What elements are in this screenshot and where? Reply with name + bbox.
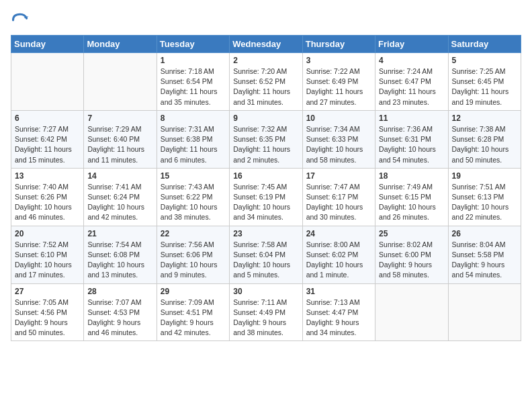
- day-number: 3: [306, 56, 371, 65]
- day-number: 27: [15, 287, 80, 296]
- day-info: Sunrise: 7:58 AMSunset: 6:04 PMDaylight:…: [233, 240, 298, 281]
- calendar-cell: 20Sunrise: 7:52 AMSunset: 6:10 PMDayligh…: [11, 226, 84, 283]
- calendar-cell: [84, 53, 157, 111]
- day-number: 20: [15, 229, 80, 238]
- calendar-week-row: 13Sunrise: 7:40 AMSunset: 6:26 PMDayligh…: [11, 168, 521, 226]
- day-number: 12: [452, 113, 517, 123]
- day-info: Sunrise: 7:56 AMSunset: 6:06 PMDaylight:…: [161, 240, 226, 281]
- day-number: 1: [161, 56, 226, 65]
- day-of-week-header: Sunday: [11, 36, 84, 53]
- calendar-cell: [448, 283, 521, 341]
- day-info: Sunrise: 7:31 AMSunset: 6:38 PMDaylight:…: [161, 124, 226, 165]
- calendar-table: SundayMondayTuesdayWednesdayThursdayFrid…: [11, 35, 521, 341]
- day-number: 21: [87, 229, 152, 238]
- day-number: 11: [379, 113, 444, 123]
- day-info: Sunrise: 7:40 AMSunset: 6:26 PMDaylight:…: [15, 182, 80, 223]
- calendar-cell: 24Sunrise: 8:00 AMSunset: 6:02 PMDayligh…: [302, 226, 375, 283]
- day-info: Sunrise: 7:54 AMSunset: 6:08 PMDaylight:…: [87, 240, 152, 281]
- calendar-cell: 19Sunrise: 7:51 AMSunset: 6:13 PMDayligh…: [448, 168, 521, 226]
- calendar-cell: 25Sunrise: 8:02 AMSunset: 6:00 PMDayligh…: [375, 226, 448, 283]
- calendar-week-row: 27Sunrise: 7:05 AMSunset: 4:56 PMDayligh…: [11, 283, 521, 341]
- day-info: Sunrise: 7:38 AMSunset: 6:28 PMDaylight:…: [452, 124, 517, 165]
- calendar-cell: 17Sunrise: 7:47 AMSunset: 6:17 PMDayligh…: [302, 168, 375, 226]
- calendar-cell: [375, 283, 448, 341]
- calendar-cell: 26Sunrise: 8:04 AMSunset: 5:58 PMDayligh…: [448, 226, 521, 283]
- day-info: Sunrise: 7:51 AMSunset: 6:13 PMDaylight:…: [452, 182, 517, 223]
- calendar-header-row: SundayMondayTuesdayWednesdayThursdayFrid…: [11, 36, 521, 53]
- calendar-cell: 30Sunrise: 7:11 AMSunset: 4:49 PMDayligh…: [230, 283, 302, 341]
- day-number: 16: [233, 171, 298, 181]
- day-info: Sunrise: 7:24 AMSunset: 6:47 PMDaylight:…: [379, 66, 444, 107]
- day-of-week-header: Saturday: [448, 36, 521, 53]
- calendar-cell: [11, 53, 84, 111]
- day-info: Sunrise: 8:00 AMSunset: 6:02 PMDaylight:…: [306, 240, 371, 281]
- day-number: 18: [379, 171, 444, 181]
- calendar-cell: 31Sunrise: 7:13 AMSunset: 4:47 PMDayligh…: [302, 283, 375, 341]
- day-of-week-header: Tuesday: [157, 36, 229, 53]
- calendar-cell: 14Sunrise: 7:41 AMSunset: 6:24 PMDayligh…: [84, 168, 157, 226]
- calendar-week-row: 20Sunrise: 7:52 AMSunset: 6:10 PMDayligh…: [11, 226, 521, 283]
- calendar-cell: 28Sunrise: 7:07 AMSunset: 4:53 PMDayligh…: [84, 283, 157, 341]
- day-info: Sunrise: 7:11 AMSunset: 4:49 PMDaylight:…: [233, 298, 298, 338]
- day-info: Sunrise: 7:45 AMSunset: 6:19 PMDaylight:…: [233, 182, 298, 223]
- day-info: Sunrise: 7:05 AMSunset: 4:56 PMDaylight:…: [15, 298, 80, 338]
- calendar-cell: 1Sunrise: 7:18 AMSunset: 6:54 PMDaylight…: [157, 53, 229, 111]
- day-info: Sunrise: 7:47 AMSunset: 6:17 PMDaylight:…: [306, 182, 371, 223]
- day-number: 28: [87, 287, 152, 296]
- day-info: Sunrise: 7:49 AMSunset: 6:15 PMDaylight:…: [379, 182, 444, 223]
- calendar-cell: 11Sunrise: 7:36 AMSunset: 6:31 PMDayligh…: [375, 110, 448, 168]
- day-number: 2: [233, 56, 298, 65]
- day-info: Sunrise: 7:18 AMSunset: 6:54 PMDaylight:…: [161, 66, 226, 107]
- day-number: 19: [452, 171, 517, 181]
- day-info: Sunrise: 8:02 AMSunset: 6:00 PMDaylight:…: [379, 240, 444, 281]
- day-number: 17: [306, 171, 371, 181]
- day-info: Sunrise: 7:25 AMSunset: 6:45 PMDaylight:…: [452, 66, 517, 107]
- calendar-week-row: 1Sunrise: 7:18 AMSunset: 6:54 PMDaylight…: [11, 53, 521, 111]
- calendar-cell: 23Sunrise: 7:58 AMSunset: 6:04 PMDayligh…: [230, 226, 302, 283]
- calendar-cell: 12Sunrise: 7:38 AMSunset: 6:28 PMDayligh…: [448, 110, 521, 168]
- day-number: 13: [15, 171, 80, 181]
- day-number: 9: [233, 113, 298, 123]
- day-number: 30: [233, 287, 298, 296]
- calendar-cell: 3Sunrise: 7:22 AMSunset: 6:49 PMDaylight…: [302, 53, 375, 111]
- day-number: 7: [87, 113, 152, 123]
- calendar-cell: 5Sunrise: 7:25 AMSunset: 6:45 PMDaylight…: [448, 53, 521, 111]
- day-info: Sunrise: 7:20 AMSunset: 6:52 PMDaylight:…: [233, 66, 298, 107]
- day-info: Sunrise: 7:52 AMSunset: 6:10 PMDaylight:…: [15, 240, 80, 281]
- day-info: Sunrise: 7:32 AMSunset: 6:35 PMDaylight:…: [233, 124, 298, 165]
- calendar-cell: 22Sunrise: 7:56 AMSunset: 6:06 PMDayligh…: [157, 226, 229, 283]
- day-number: 22: [161, 229, 226, 238]
- day-number: 8: [161, 113, 226, 123]
- day-info: Sunrise: 7:41 AMSunset: 6:24 PMDaylight:…: [87, 182, 152, 223]
- calendar-cell: 8Sunrise: 7:31 AMSunset: 6:38 PMDaylight…: [157, 110, 229, 168]
- day-of-week-header: Wednesday: [230, 36, 302, 53]
- day-of-week-header: Monday: [84, 36, 157, 53]
- day-number: 25: [379, 229, 444, 238]
- day-info: Sunrise: 7:34 AMSunset: 6:33 PMDaylight:…: [306, 124, 371, 165]
- day-number: 14: [87, 171, 152, 181]
- day-info: Sunrise: 7:07 AMSunset: 4:53 PMDaylight:…: [87, 298, 152, 338]
- calendar-cell: 10Sunrise: 7:34 AMSunset: 6:33 PMDayligh…: [302, 110, 375, 168]
- day-info: Sunrise: 7:43 AMSunset: 6:22 PMDaylight:…: [161, 182, 226, 223]
- day-of-week-header: Thursday: [302, 36, 375, 53]
- day-number: 10: [306, 113, 371, 123]
- calendar-cell: 13Sunrise: 7:40 AMSunset: 6:26 PMDayligh…: [11, 168, 84, 226]
- day-number: 5: [452, 56, 517, 65]
- calendar-cell: 9Sunrise: 7:32 AMSunset: 6:35 PMDaylight…: [230, 110, 302, 168]
- day-number: 29: [161, 287, 226, 296]
- calendar-cell: 2Sunrise: 7:20 AMSunset: 6:52 PMDaylight…: [230, 53, 302, 111]
- calendar-cell: 27Sunrise: 7:05 AMSunset: 4:56 PMDayligh…: [11, 283, 84, 341]
- day-info: Sunrise: 7:09 AMSunset: 4:51 PMDaylight:…: [161, 298, 226, 338]
- calendar-cell: 18Sunrise: 7:49 AMSunset: 6:15 PMDayligh…: [375, 168, 448, 226]
- day-number: 6: [15, 113, 80, 123]
- calendar-cell: 29Sunrise: 7:09 AMSunset: 4:51 PMDayligh…: [157, 283, 229, 341]
- day-number: 24: [306, 229, 371, 238]
- day-info: Sunrise: 7:13 AMSunset: 4:47 PMDaylight:…: [306, 298, 371, 338]
- day-info: Sunrise: 7:22 AMSunset: 6:49 PMDaylight:…: [306, 66, 371, 107]
- calendar-cell: 16Sunrise: 7:45 AMSunset: 6:19 PMDayligh…: [230, 168, 302, 226]
- day-number: 4: [379, 56, 444, 65]
- calendar-week-row: 6Sunrise: 7:27 AMSunset: 6:42 PMDaylight…: [11, 110, 521, 168]
- calendar-cell: 6Sunrise: 7:27 AMSunset: 6:42 PMDaylight…: [11, 110, 84, 168]
- day-number: 15: [161, 171, 226, 181]
- logo: [11, 11, 32, 30]
